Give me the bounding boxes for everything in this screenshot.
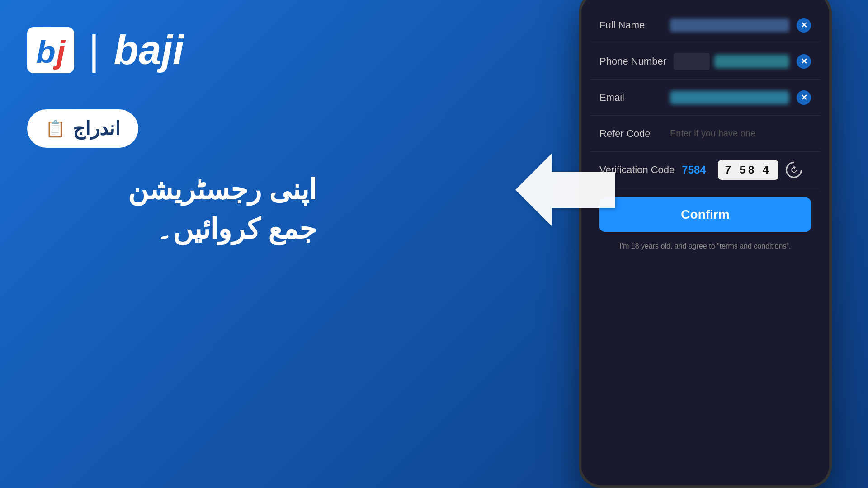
refer-code-input[interactable]: Enter if you have one [670,128,755,139]
confirm-button[interactable]: Confirm [599,197,811,232]
urdu-line1: اپنی رجسٹریشن [27,170,316,210]
verification-refresh-button[interactable]: ↻ [783,159,806,182]
refer-code-row: Refer Code Enter if you have one [590,116,820,152]
phone-number-value[interactable] [714,55,789,68]
urdu-line2: جمع کروائیں۔ [27,210,316,249]
j-letter: j [57,36,65,68]
bj-logo-box: b j [27,27,74,73]
full-name-label: Full Name [599,19,663,31]
form-container: Full Name ✕ Phone Number ✕ Email [581,0,829,270]
full-name-row: Full Name ✕ [590,7,820,43]
phone-label: Phone Number [599,56,666,67]
register-icon: 📋 [45,119,66,138]
email-value[interactable] [670,91,789,104]
baji-text: baji [114,30,184,70]
register-button[interactable]: 📋 اندراج [27,109,138,148]
phone-country-selector[interactable] [674,53,710,70]
verification-input[interactable]: 7 58 4 [718,160,779,180]
pipe-divider: | [89,30,99,70]
email-label: Email [599,92,663,103]
logo-area: b j | baji [27,27,316,73]
full-name-clear-button[interactable]: ✕ [797,18,811,33]
refer-code-label: Refer Code [599,128,663,140]
phone-mockup: Full Name ✕ Phone Number ✕ Email [579,0,832,488]
left-section: b j | baji 📋 اندراج اپنی رجسٹریشن جمع کر… [0,0,344,488]
register-label: اندراج [73,117,120,140]
email-clear-button[interactable]: ✕ [797,90,811,105]
full-name-value[interactable] [670,19,789,32]
svg-marker-0 [515,154,615,226]
phone-clear-button[interactable]: ✕ [797,54,811,69]
verification-display-code: 7584 [682,164,706,176]
verification-row: Verification Code 7584 7 58 4 ↻ [590,152,820,188]
arrow-indicator [515,145,615,235]
email-row: Email ✕ [590,80,820,116]
phone-input-group [674,53,789,70]
right-section: Full Name ✕ Phone Number ✕ Email [344,0,868,488]
urdu-tagline: اپنی رجسٹریشن جمع کروائیں۔ [27,170,316,249]
phone-screen: Full Name ✕ Phone Number ✕ Email [581,0,829,485]
b-letter: b [36,36,56,68]
terms-text: I'm 18 years old, and agree to "terms an… [590,241,820,261]
phone-row: Phone Number ✕ [590,43,820,80]
